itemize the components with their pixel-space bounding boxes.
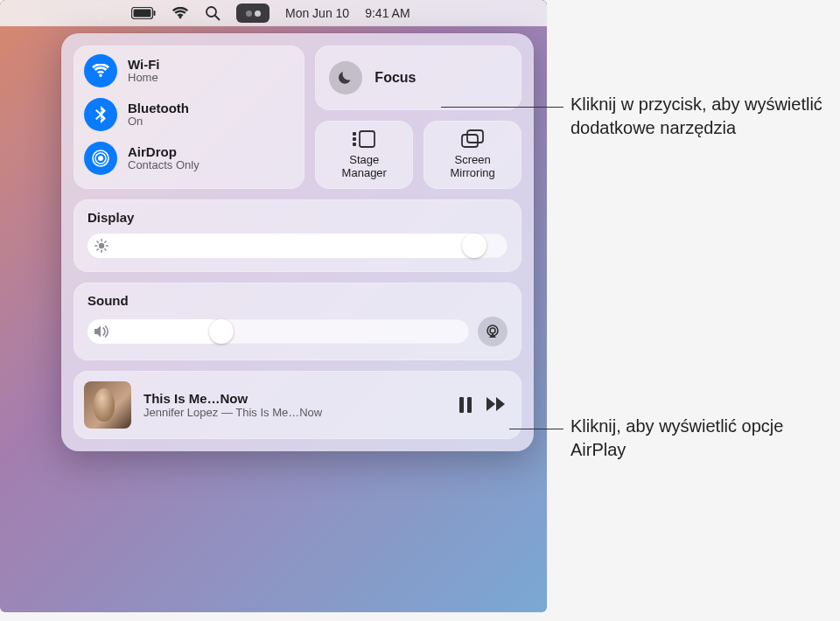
svg-rect-26 (467, 397, 472, 413)
callout-line (441, 107, 564, 108)
callout-airplay: Kliknij, aby wyświetlić opcje AirPlay (570, 415, 833, 462)
svg-point-3 (206, 7, 216, 17)
control-center-panel: Wi-Fi Home Bluetooth On (61, 33, 534, 451)
sound-tile: Sound (74, 283, 522, 360)
callout-line (509, 429, 564, 429)
callout-focus: Kliknij w przycisk, aby wyświetlić dodat… (570, 93, 833, 140)
moon-icon (329, 61, 362, 94)
display-tile: Display (74, 199, 522, 272)
bluetooth-title: Bluetooth (128, 101, 189, 115)
svg-rect-1 (134, 10, 151, 17)
screen-mirroring-icon (460, 129, 485, 149)
svg-point-24 (490, 328, 495, 333)
menubar-date[interactable]: Mon Jun 10 (285, 6, 349, 20)
svg-line-19 (97, 241, 98, 242)
wifi-title: Wi-Fi (128, 57, 160, 72)
screen-mirroring-label: ScreenMirroring (450, 154, 494, 180)
now-playing-tile[interactable]: This Is Me…Now Jennifer Lopez — This Is … (74, 371, 522, 439)
battery-icon (131, 7, 156, 19)
stage-manager-tile[interactable]: StageManager (315, 121, 413, 189)
brightness-icon (94, 239, 108, 253)
airdrop-title: AirDrop (128, 144, 200, 159)
volume-icon (94, 325, 110, 338)
svg-rect-12 (462, 135, 478, 147)
wifi-row[interactable]: Wi-Fi Home (84, 54, 294, 87)
next-track-icon[interactable] (486, 397, 506, 413)
svg-rect-8 (360, 131, 374, 147)
svg-rect-13 (467, 130, 483, 143)
svg-point-5 (98, 156, 103, 161)
display-slider[interactable] (88, 234, 508, 258)
focus-tile[interactable]: Focus (315, 45, 522, 110)
wifi-icon[interactable] (172, 7, 189, 19)
airplay-audio-button[interactable] (478, 317, 508, 346)
airdrop-row[interactable]: AirDrop Contacts Only (84, 142, 294, 175)
menubar-time[interactable]: 9:41 AM (365, 6, 410, 20)
connectivity-tile[interactable]: Wi-Fi Home Bluetooth On (74, 45, 304, 189)
svg-rect-2 (154, 10, 156, 16)
svg-rect-25 (459, 397, 464, 413)
now-playing-title: This Is Me…Now (144, 391, 446, 406)
stage-manager-label: StageManager (342, 154, 387, 180)
bluetooth-icon (84, 98, 117, 131)
sound-title: Sound (88, 293, 508, 308)
svg-line-22 (105, 241, 106, 242)
display-title: Display (88, 210, 508, 225)
bluetooth-row[interactable]: Bluetooth On (84, 98, 294, 131)
pause-icon[interactable] (458, 397, 472, 413)
spotlight-icon[interactable] (205, 5, 220, 21)
desktop-background: Mon Jun 10 9:41 AM Wi-Fi Home (0, 0, 547, 612)
svg-rect-10 (353, 137, 356, 141)
menu-bar: Mon Jun 10 9:41 AM (0, 0, 547, 26)
control-center-menubar-icon[interactable] (236, 3, 270, 23)
airdrop-subtitle: Contacts Only (128, 159, 200, 172)
svg-rect-9 (353, 132, 356, 136)
focus-label: Focus (374, 70, 416, 86)
bluetooth-subtitle: On (128, 115, 189, 129)
airdrop-icon (84, 142, 117, 175)
stage-manager-icon (352, 129, 376, 149)
screen-mirroring-tile[interactable]: ScreenMirroring (424, 121, 522, 189)
sound-slider[interactable] (88, 319, 469, 344)
wifi-subtitle: Home (128, 72, 160, 85)
wifi-icon (84, 54, 117, 87)
svg-line-20 (105, 249, 106, 250)
svg-point-14 (99, 243, 104, 248)
svg-line-4 (215, 16, 220, 20)
svg-line-21 (97, 249, 98, 250)
svg-rect-11 (353, 143, 356, 146)
now-playing-subtitle: Jennifer Lopez — This Is Me…Now (144, 406, 446, 419)
album-art (84, 381, 131, 429)
